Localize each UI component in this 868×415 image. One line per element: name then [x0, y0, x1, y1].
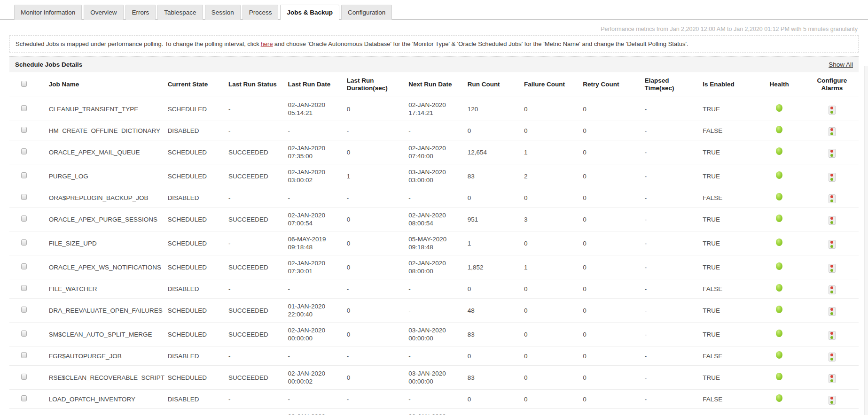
row-checkbox[interactable]: [21, 194, 27, 200]
configure-alarms-icon[interactable]: [829, 106, 836, 115]
health-status-icon: [776, 262, 782, 270]
tab-errors[interactable]: Errors: [125, 5, 156, 20]
runs-cell: 48: [464, 299, 520, 323]
last-run-cell: 02-JAN-2020 00:00:00: [284, 323, 343, 346]
state-cell: DISABLED: [164, 390, 225, 409]
row-checkbox[interactable]: [21, 352, 27, 358]
here-link[interactable]: here: [261, 40, 273, 47]
alarm-red-dot: [830, 107, 833, 109]
name-cell: SM$CLEAN_AUTO_SPLIT_MERGE: [45, 323, 164, 346]
health-status-icon: [776, 104, 782, 112]
configure-alarms-icon[interactable]: [829, 307, 836, 316]
configure-alarms-icon[interactable]: [829, 331, 836, 340]
configure-alarms-icon[interactable]: [829, 194, 836, 203]
configure-alarms-icon[interactable]: [829, 173, 836, 182]
row-checkbox-cell: [9, 279, 45, 299]
runs-cell: 0: [464, 279, 520, 299]
row-checkbox[interactable]: [21, 307, 27, 313]
tab-jobs-backup[interactable]: Jobs & Backup: [280, 5, 339, 20]
row-checkbox[interactable]: [21, 285, 27, 291]
configure-alarms-cell: [805, 231, 859, 255]
configure-alarms-cell: [805, 390, 859, 409]
status-cell: SUCCEEDED: [225, 140, 284, 164]
alarm-red-dot: [830, 128, 833, 131]
alarm-red-dot: [830, 150, 833, 153]
runs-cell: 83: [464, 323, 520, 346]
configure-alarms-icon[interactable]: [829, 374, 836, 383]
failures-cell: 0: [520, 409, 579, 415]
duration-cell: -: [343, 121, 405, 140]
tab-tablespace[interactable]: Tablespace: [157, 5, 203, 20]
configure-alarms-icon[interactable]: [829, 127, 836, 136]
configure-alarms-cell: [805, 299, 859, 323]
configure-alarms-icon[interactable]: [829, 240, 836, 249]
column-header-duration: Last Run Duration(sec): [343, 72, 405, 97]
elapsed-cell: -: [641, 409, 699, 415]
elapsed-cell: -: [641, 188, 699, 208]
row-checkbox[interactable]: [21, 105, 27, 111]
name-cell: ORACLE_APEX_WS_NOTIFICATIONS: [45, 255, 164, 279]
status-cell: SUCCEEDED: [225, 208, 284, 231]
status-cell: SUCCEEDED: [225, 255, 284, 279]
health-cell: [753, 140, 805, 164]
health-cell: [753, 323, 805, 346]
row-checkbox[interactable]: [21, 263, 27, 269]
configure-alarms-icon[interactable]: [829, 264, 836, 273]
tab-overview[interactable]: Overview: [84, 5, 123, 20]
row-checkbox[interactable]: [21, 395, 27, 401]
health-cell: [753, 231, 805, 255]
duration-cell: -: [343, 188, 405, 208]
name-cell: FILE_SIZE_UPD: [45, 231, 164, 255]
duration-cell: 0: [343, 366, 405, 390]
state-cell: SCHEDULED: [164, 409, 225, 415]
tab-bar: Monitor InformationOverviewErrorsTablesp…: [0, 0, 868, 20]
show-all-link[interactable]: Show All: [829, 61, 853, 68]
row-checkbox[interactable]: [21, 127, 27, 133]
configure-alarms-icon[interactable]: [829, 149, 836, 158]
name-cell: FILE_WATCHER: [45, 279, 164, 299]
scrollbar-track[interactable]: [864, 66, 868, 415]
name-cell: ORACLE_APEX_PURGE_SESSIONS: [45, 208, 164, 231]
tab-session[interactable]: Session: [205, 5, 241, 20]
row-checkbox[interactable]: [21, 172, 27, 178]
row-checkbox-cell: [9, 323, 45, 346]
name-cell: CLEANUP_TRANSIENT_TYPE: [45, 97, 164, 121]
runs-cell: 83: [464, 366, 520, 390]
last-run-cell: 02-JAN-2020 03:00:02: [284, 164, 343, 188]
last-run-cell: -: [284, 121, 343, 140]
configure-alarms-cell: [805, 140, 859, 164]
status-cell: -: [225, 346, 284, 366]
configure-alarms-icon[interactable]: [829, 353, 836, 361]
last-run-cell: 02-JAN-2020 07:07:14: [284, 409, 343, 415]
health-status-icon: [776, 351, 782, 359]
next-run-cell: 02-JAN-2020 07:40:00: [405, 140, 463, 164]
row-checkbox[interactable]: [21, 374, 27, 380]
table-row: DRA_REEVALUATE_OPEN_FAILURESSCHEDULEDSUC…: [9, 299, 859, 323]
row-checkbox[interactable]: [21, 330, 27, 337]
elapsed-cell: -: [641, 208, 699, 231]
retries-cell: 0: [579, 140, 641, 164]
configure-alarms-icon[interactable]: [829, 285, 836, 294]
health-status-icon: [776, 215, 782, 222]
state-cell: SCHEDULED: [164, 299, 225, 323]
state-cell: SCHEDULED: [164, 323, 225, 346]
last-run-cell: -: [284, 279, 343, 299]
tab-monitor-information[interactable]: Monitor Information: [14, 5, 82, 20]
enabled-cell: FALSE: [699, 346, 753, 366]
configure-alarms-icon[interactable]: [829, 396, 836, 405]
row-checkbox[interactable]: [21, 148, 27, 154]
status-cell: SUCCEEDED: [225, 366, 284, 390]
configure-alarms-icon[interactable]: [829, 216, 836, 225]
row-checkbox[interactable]: [21, 239, 27, 246]
tab-process[interactable]: Process: [242, 5, 279, 20]
configure-alarms-cell: [805, 323, 859, 346]
tab-configuration[interactable]: Configuration: [341, 5, 392, 20]
row-checkbox[interactable]: [21, 215, 27, 222]
table-row: RSE$CLEAN_RECOVERABLE_SCRIPTSCHEDULEDSUC…: [9, 366, 859, 390]
select-all-checkbox[interactable]: [21, 81, 27, 87]
duration-cell: 0: [343, 231, 405, 255]
configure-alarms-cell: [805, 188, 859, 208]
table-row: ORA$PREPLUGIN_BACKUP_JOBDISABLED----000-…: [9, 188, 859, 208]
next-run-cell: 02-JAN-2020 08:00:54: [405, 208, 463, 231]
retries-cell: 0: [579, 255, 641, 279]
